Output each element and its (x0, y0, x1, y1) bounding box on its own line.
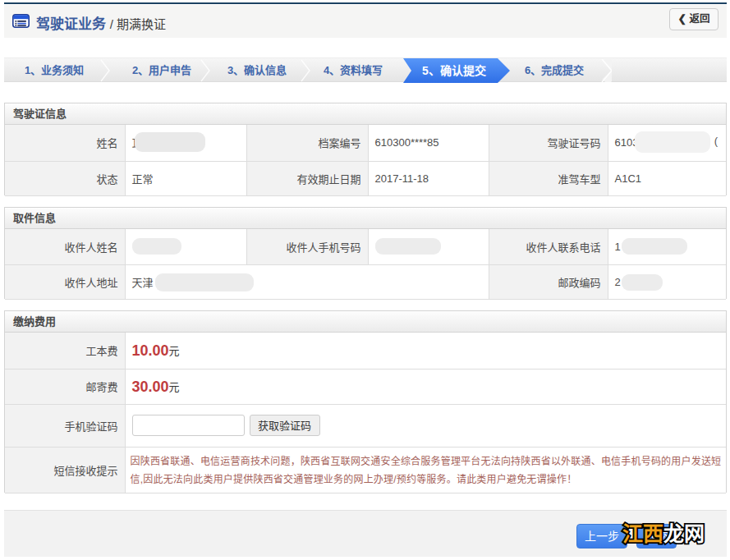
svg-text:龙网: 龙网 (663, 522, 705, 545)
svg-text:5、确认提交: 5、确认提交 (422, 64, 486, 77)
svg-text:江西: 江西 (622, 522, 663, 545)
